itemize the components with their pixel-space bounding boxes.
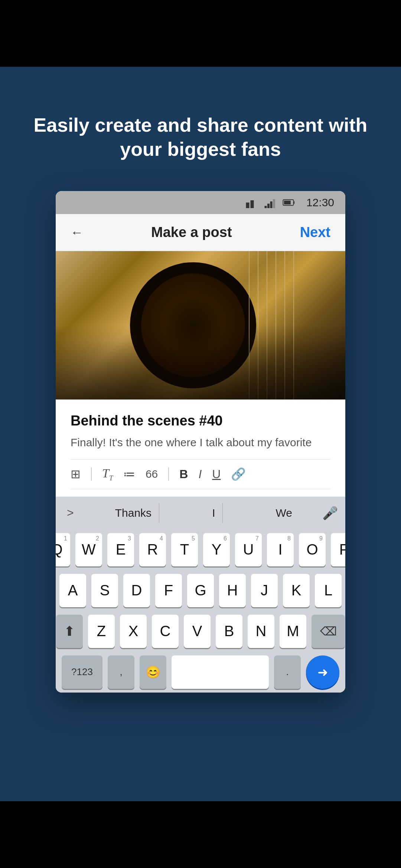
guitar-strings <box>249 251 316 400</box>
guitar-string-1 <box>249 251 250 400</box>
key-y[interactable]: Y6 <box>203 533 230 566</box>
keyboard-row-1: Q1 W2 E3 R4 T5 Y6 U7 I8 O9 P0 <box>56 529 345 570</box>
key-r[interactable]: R4 <box>139 533 166 566</box>
space-key[interactable] <box>172 655 269 689</box>
top-black-bar <box>0 0 401 67</box>
nav-bar: ← Make a post Next <box>56 214 345 251</box>
emoji-key[interactable]: 😊 <box>140 655 166 689</box>
autocomplete-words: Thanks I We <box>85 503 322 523</box>
signal-icon <box>245 196 259 209</box>
phone-mockup: 12:30 ← Make a post Next Behind the s <box>56 191 345 693</box>
main-background: Easily create and share content with you… <box>0 67 401 801</box>
key-s[interactable]: S <box>91 574 118 607</box>
svg-marker-1 <box>250 200 254 208</box>
svg-rect-2 <box>264 206 267 208</box>
status-icons <box>245 196 296 209</box>
svg-rect-5 <box>273 199 275 208</box>
key-p[interactable]: P0 <box>331 533 345 566</box>
key-c[interactable]: C <box>152 615 179 648</box>
key-i[interactable]: I8 <box>267 533 294 566</box>
key-m[interactable]: M <box>280 615 306 648</box>
comma-key[interactable]: , <box>108 655 134 689</box>
key-v[interactable]: V <box>184 615 211 648</box>
shift-key[interactable]: ⬆ <box>56 615 83 648</box>
italic-icon[interactable]: I <box>198 467 202 481</box>
key-k[interactable]: K <box>283 574 310 607</box>
status-time: 12:30 <box>306 196 334 209</box>
key-e[interactable]: E3 <box>107 533 134 566</box>
autocomplete-word-1[interactable]: Thanks <box>108 503 159 523</box>
svg-rect-3 <box>267 204 270 208</box>
next-button[interactable]: Next <box>300 224 330 240</box>
key-l[interactable]: L <box>315 574 342 607</box>
svg-rect-7 <box>284 201 291 204</box>
key-f[interactable]: F <box>155 574 182 607</box>
char-count: 66 <box>146 468 158 480</box>
key-o[interactable]: O9 <box>299 533 326 566</box>
autocomplete-word-2[interactable]: I <box>205 503 223 523</box>
keyboard-row-4: ?123 , 😊 . ➜ <box>56 652 345 693</box>
content-area: Behind the scenes #40 Finally! It's the … <box>56 400 345 497</box>
bottom-black-bar <box>0 801 401 868</box>
nav-title: Make a post <box>151 224 232 240</box>
key-w[interactable]: W2 <box>75 533 102 566</box>
guitar-string-5 <box>284 251 285 400</box>
keyboard-row-2: A S D F G H J K L <box>56 570 345 611</box>
key-h[interactable]: H <box>219 574 246 607</box>
key-n[interactable]: N <box>248 615 274 648</box>
editor-toolbar: ⊞ TT ≔ 66 B I U 🔗 <box>71 459 330 489</box>
key-d[interactable]: D <box>123 574 150 607</box>
underline-icon[interactable]: U <box>212 467 221 481</box>
key-z[interactable]: Z <box>88 615 115 648</box>
keyboard: > Thanks I We 🎤 Q1 W2 E3 R4 T5 Y6 U7 I8 … <box>56 497 345 693</box>
text-style-icon[interactable]: TT <box>102 466 113 482</box>
back-button[interactable]: ← <box>71 225 83 240</box>
image-insert-icon[interactable]: ⊞ <box>71 467 81 481</box>
key-b[interactable]: B <box>216 615 242 648</box>
guitar-string-6 <box>293 251 294 400</box>
headline-text: Easily create and share content with you… <box>0 89 401 161</box>
guitar-string-2 <box>258 251 258 400</box>
hand-silhouette <box>56 325 345 400</box>
post-body: Finally! It's the one where I talk about… <box>71 435 330 450</box>
key-a[interactable]: A <box>59 574 86 607</box>
svg-rect-4 <box>270 201 272 208</box>
toolbar-divider-1 <box>91 467 92 481</box>
guitar-image <box>56 251 345 400</box>
key-q[interactable]: Q1 <box>56 533 70 566</box>
autocomplete-word-3[interactable]: We <box>268 503 300 523</box>
num-key[interactable]: ?123 <box>62 655 102 689</box>
keyboard-row-3: ⬆ Z X C V B N M ⌫ <box>56 611 345 652</box>
link-icon[interactable]: 🔗 <box>231 467 246 481</box>
key-g[interactable]: G <box>187 574 214 607</box>
mic-icon[interactable]: 🎤 <box>322 506 338 520</box>
key-t[interactable]: T5 <box>171 533 198 566</box>
guitar-string-3 <box>267 251 267 400</box>
autocomplete-expand-icon[interactable]: > <box>63 502 78 523</box>
key-x[interactable]: X <box>120 615 147 648</box>
autocomplete-bar: > Thanks I We 🎤 <box>56 497 345 529</box>
list-icon[interactable]: ≔ <box>123 467 135 481</box>
status-bar: 12:30 <box>56 191 345 214</box>
bold-icon[interactable]: B <box>179 467 188 481</box>
svg-marker-0 <box>246 203 249 208</box>
cell-icon <box>264 196 277 209</box>
post-title: Behind the scenes #40 <box>71 413 330 429</box>
key-j[interactable]: J <box>251 574 278 607</box>
toolbar-divider-2 <box>168 467 169 481</box>
key-u[interactable]: U7 <box>235 533 262 566</box>
period-key[interactable]: . <box>274 655 301 689</box>
enter-key[interactable]: ➜ <box>306 655 339 689</box>
battery-icon <box>283 196 296 209</box>
guitar-string-4 <box>276 251 276 400</box>
back-arrow-icon: ← <box>71 225 83 240</box>
backspace-key[interactable]: ⌫ <box>312 615 345 648</box>
